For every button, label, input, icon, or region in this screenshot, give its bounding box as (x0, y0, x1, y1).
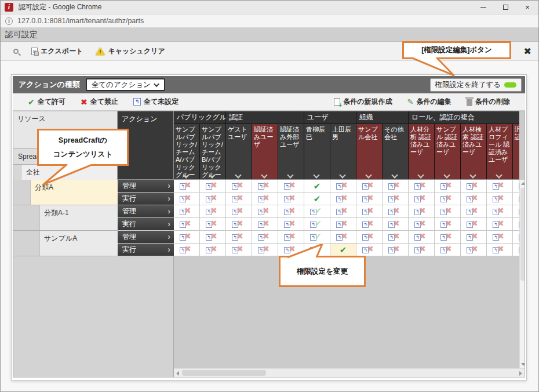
chevron-down-icon[interactable] (417, 172, 424, 178)
permission-cell[interactable]: ↰✖ (330, 180, 356, 193)
permission-cell[interactable]: ↰✔ (304, 205, 330, 218)
permission-cell[interactable]: ↰✖ (226, 180, 252, 193)
matrix-column-header[interactable]: その他会社 (383, 124, 409, 180)
permission-cell[interactable]: ↰✖ (383, 180, 409, 193)
permission-cell[interactable]: ✔ (304, 193, 330, 205)
permission-cell[interactable]: ↰✖ (383, 244, 409, 256)
permission-cell[interactable]: ↰✖ (461, 231, 487, 244)
info-icon[interactable]: i (5, 17, 13, 25)
matrix-column-header[interactable]: 認証済み外部ユーザ (278, 124, 304, 180)
matrix-column-header[interactable]: 認証済みユーザ (252, 124, 278, 180)
unset-all-button[interactable]: ↰ 全て未設定 (133, 97, 179, 107)
permission-cell[interactable]: ↰✖ (435, 231, 461, 244)
permission-cell[interactable]: ↰✖ (174, 205, 200, 218)
permission-cell[interactable]: ↰✖ (461, 244, 487, 256)
permission-cell[interactable]: ↰✖ (278, 180, 304, 193)
action-type-dropdown[interactable]: 全てのアクション (86, 78, 165, 91)
permission-cell[interactable]: ↰✖ (356, 218, 383, 231)
resource-row[interactable]: サンプルA (13, 231, 118, 256)
matrix-column-header[interactable]: 人材検索 認証済みユーザ (461, 124, 487, 180)
finish-edit-button[interactable]: 権限設定を終了する (430, 78, 522, 92)
permission-cell[interactable]: ↰✖ (383, 231, 409, 244)
permission-cell[interactable]: ↰✔ (304, 231, 330, 244)
cache-clear-button[interactable]: キャッシュクリア (96, 46, 165, 56)
permission-cell[interactable]: ↰✖ (487, 218, 513, 231)
permission-cell[interactable]: ↰✖ (200, 218, 226, 231)
permission-cell[interactable]: ↰✖ (200, 180, 226, 193)
chevron-down-icon[interactable] (339, 172, 345, 178)
permission-cell[interactable]: ↰✖ (409, 244, 435, 256)
permission-cell[interactable]: ↰✖ (356, 205, 383, 218)
permission-cell[interactable]: ↰✖ (513, 218, 519, 231)
permission-cell[interactable]: ↰✖ (174, 218, 200, 231)
action-button-manage[interactable]: 管理 (118, 205, 174, 218)
chevron-down-icon[interactable] (391, 172, 398, 178)
permission-cell[interactable]: ↰✖ (409, 193, 435, 205)
permission-cell[interactable]: ↰✖ (383, 218, 409, 231)
chevron-down-icon[interactable] (261, 172, 267, 178)
permission-cell[interactable]: ↰✖ (226, 231, 252, 244)
permission-cell[interactable]: ↰✖ (435, 180, 461, 193)
permission-cell[interactable]: ↰✖ (278, 205, 304, 218)
permission-cell[interactable]: ↰✖ (278, 231, 304, 244)
action-button-manage[interactable]: 管理 (118, 180, 174, 193)
close-window-button[interactable]: × (516, 1, 538, 14)
url-bar[interactable]: i 127.0.0.1:8081/imart/tenant/authz/part… (1, 14, 538, 28)
permission-cell[interactable]: ↰✖ (487, 193, 513, 205)
permission-cell[interactable]: ↰✖ (513, 180, 519, 193)
permission-cell[interactable]: ✔ (330, 244, 356, 256)
permission-cell[interactable]: ↰✖ (330, 193, 356, 205)
permission-cell[interactable]: ↰✖ (174, 193, 200, 205)
close-panel-button[interactable]: ✖ (524, 46, 531, 57)
matrix-column-header[interactable]: サンプル 認証済みユーザ (435, 124, 461, 180)
permission-cell[interactable]: ↰✖ (200, 231, 226, 244)
permission-cell[interactable]: ↰✖ (435, 244, 461, 256)
scroll-right-icon[interactable] (519, 371, 522, 376)
minimize-button[interactable] (472, 1, 494, 14)
permission-cell[interactable]: ↰✔ (304, 218, 330, 231)
permission-cell[interactable]: ↰✖ (513, 193, 519, 205)
matrix-column-header[interactable]: 人材プロフィール 認証済みユーザ (487, 124, 513, 180)
horizontal-scroll-thumb[interactable] (182, 370, 266, 376)
permission-cell[interactable]: ↰✖ (487, 180, 513, 193)
resource-row[interactable]: 分類A-1 (13, 205, 118, 231)
permission-cell[interactable]: ↰✖ (435, 205, 461, 218)
permission-cell[interactable]: ✔ (304, 180, 330, 193)
permission-cell[interactable]: ↰✖ (174, 231, 200, 244)
permission-cell[interactable]: ↰✖ (330, 231, 356, 244)
permission-cell[interactable]: ↰✖ (330, 218, 356, 231)
scroll-up-icon[interactable] (521, 182, 525, 185)
condition-new-button[interactable]: 条件の新規作成 (334, 97, 392, 107)
action-button-execute[interactable]: 実行 (118, 218, 174, 231)
matrix-column-header[interactable]: 汎ス理証ユ (513, 124, 519, 180)
maximize-button[interactable] (494, 1, 516, 14)
permission-cell[interactable]: ↰✖ (435, 193, 461, 205)
permission-cell[interactable]: ↰✖ (461, 205, 487, 218)
chevron-down-icon[interactable] (287, 172, 293, 178)
permission-cell[interactable]: ↰✖ (461, 218, 487, 231)
vertical-scrollbar[interactable] (519, 180, 525, 368)
chevron-down-icon[interactable] (313, 172, 319, 178)
matrix-column-header[interactable]: サンプルパブリック/チームB/パブリックグルー (200, 124, 226, 180)
permission-cell[interactable]: ↰✖ (174, 244, 200, 256)
chevron-down-icon[interactable] (235, 172, 241, 178)
permission-cell[interactable]: ↰✖ (435, 218, 461, 231)
permission-cell[interactable]: ↰✖ (252, 244, 278, 256)
permission-cell[interactable]: ↰✖ (487, 231, 513, 244)
permission-cell[interactable]: ↰✖ (383, 205, 409, 218)
search-button[interactable] (13, 49, 19, 54)
permission-cell[interactable]: ↰✖ (409, 205, 435, 218)
permission-cell[interactable]: ↰✖ (226, 244, 252, 256)
permission-cell[interactable]: ↰✖ (278, 193, 304, 205)
permission-cell[interactable]: ↰✖ (356, 193, 383, 205)
permission-cell[interactable]: ↰✖ (226, 218, 252, 231)
vertical-scroll-thumb[interactable] (520, 188, 525, 281)
permission-cell[interactable]: ↰✖ (487, 244, 513, 256)
permission-cell[interactable]: ↰✖ (174, 180, 200, 193)
chevron-down-icon[interactable] (469, 172, 476, 178)
permission-cell[interactable]: ↰✖ (487, 205, 513, 218)
deny-all-button[interactable]: ✖ 全て禁止 (81, 97, 118, 107)
permission-cell[interactable]: ↰✖ (252, 231, 278, 244)
permission-cell[interactable]: ↰✖ (356, 244, 383, 256)
permission-cell[interactable]: ↰✖ (278, 218, 304, 231)
